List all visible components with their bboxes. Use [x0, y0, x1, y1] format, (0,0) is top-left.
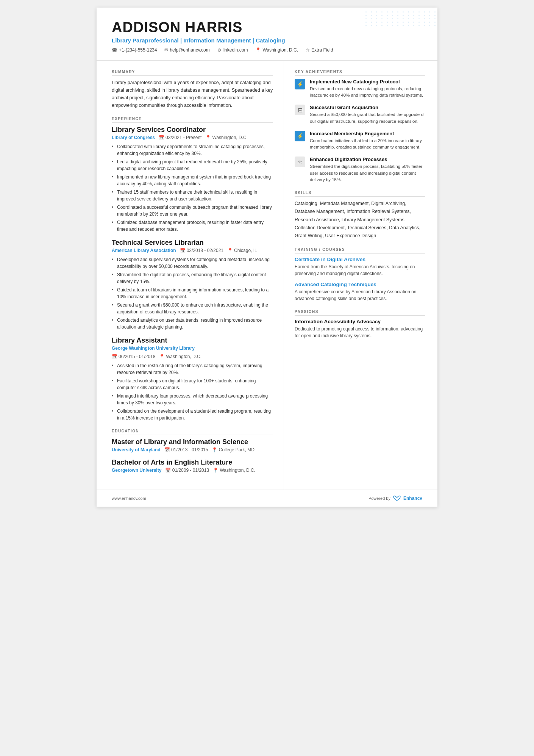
training-1-title: Certificate in Digital Archives: [295, 257, 425, 262]
achievement-1-icon: ⚡: [295, 79, 305, 89]
passion-1-title: Information Accessibility Advocacy: [295, 319, 425, 324]
achievements-label: KEY ACHIEVEMENTS: [295, 70, 425, 76]
job-3-bullet-2: Facilitated workshops on digital literac…: [112, 377, 273, 391]
job-3-location: 📍 Washington, D.C.: [159, 354, 201, 359]
footer: www.enhancv.com Powered by Enhancv: [97, 490, 437, 507]
experience-section: EXPERIENCE Library Services Coordinator …: [112, 117, 273, 421]
star-icon: ☆: [306, 47, 310, 53]
achievement-4-title: Enhanced Digitization Processes: [310, 157, 425, 162]
pin-icon-1: 📍: [205, 135, 211, 140]
achievement-2-body: Successful Grant Acquisition Secured a $…: [310, 105, 425, 125]
achievement-2: ⊟ Successful Grant Acquisition Secured a…: [295, 105, 425, 125]
job-2-org: American Library Association: [112, 248, 176, 253]
achievements-section: KEY ACHIEVEMENTS ⚡ Implemented New Catal…: [295, 70, 425, 183]
location-item: 📍 Washington, D.C.: [255, 47, 298, 53]
achievement-3-title: Increased Membership Engagement: [310, 131, 425, 136]
job-1-meta: Library of Congress 📅 03/2021 - Present …: [112, 135, 273, 140]
pin-icon-3: 📍: [159, 354, 165, 359]
achievement-1-body: Implemented New Cataloging Protocol Devi…: [310, 79, 425, 99]
job-2-location: 📍 Chicago, IL: [227, 248, 257, 253]
edu-2-org: Georgetown University: [112, 468, 161, 473]
email-icon: ✉: [164, 47, 168, 53]
edu-2-meta: Georgetown University 📅 01/2009 - 01/201…: [112, 468, 273, 473]
achievement-2-title: Successful Grant Acquisition: [310, 105, 425, 110]
edu-1-location: 📍 College Park, MD: [212, 447, 254, 452]
job-2: Technical Services Librarian American Li…: [112, 239, 273, 330]
job-1-bullet-1: Collaborated with library departments to…: [112, 143, 273, 157]
edu-2: Bachelor of Arts in English Literature G…: [112, 459, 273, 473]
achievement-3-icon: ⚡: [295, 131, 305, 141]
experience-label: EXPERIENCE: [112, 117, 273, 123]
footer-brand: Powered by Enhancv: [368, 495, 422, 501]
achievement-3-desc: Coordinated initiatives that led to a 20…: [310, 138, 425, 151]
job-2-dates: 📅 02/2018 - 02/2021: [180, 248, 223, 253]
job-1-dates: 📅 03/2021 - Present: [159, 135, 201, 140]
achievement-3: ⚡ Increased Membership Engagement Coordi…: [295, 131, 425, 151]
skills-label: SKILLS: [295, 191, 425, 197]
email-text: help@enhancv.com: [170, 47, 209, 53]
edu-1-meta: University of Maryland 📅 01/2013 - 01/20…: [112, 447, 273, 452]
edu-1-degree: Master of Library and Information Scienc…: [112, 438, 273, 446]
main-content: SUMMARY Library paraprofessional with 6 …: [97, 61, 437, 490]
email-item: ✉ help@enhancv.com: [164, 47, 209, 53]
phone-text: +1-(234)-555-1234: [119, 47, 157, 53]
extra-item: ☆ Extra Field: [306, 47, 333, 53]
job-1-bullet-4: Trained 15 staff members to enhance thei…: [112, 189, 273, 202]
enhancv-heart-icon: [393, 495, 401, 501]
edu-2-location: 📍 Washington, D.C.: [213, 468, 255, 473]
passion-1-desc: Dedicated to promoting equal access to i…: [295, 326, 425, 339]
linkedin-text: linkedin.com: [223, 47, 248, 53]
location-text: Washington, D.C.: [262, 47, 298, 53]
achievement-4-desc: Streamlined the digitization process, fa…: [310, 163, 425, 183]
powered-by-text: Powered by: [368, 496, 390, 501]
resume-document: ADDISON HARRIS Library Paraprofessional …: [97, 8, 437, 507]
header-section: ADDISON HARRIS Library Paraprofessional …: [97, 8, 437, 61]
job-2-bullets: Developed and supervised systems for cat…: [112, 256, 273, 330]
job-1-bullet-2: Led a digital archiving project that red…: [112, 158, 273, 172]
edu-1: Master of Library and Information Scienc…: [112, 438, 273, 452]
training-2-title: Advanced Cataloging Techniques: [295, 282, 425, 287]
job-1-org: Library of Congress: [112, 135, 155, 140]
edu-1-org: University of Maryland: [112, 447, 161, 452]
phone-item: ☎ +1-(234)-555-1234: [112, 47, 157, 53]
edu-2-degree: Bachelor of Arts in English Literature: [112, 459, 273, 466]
calendar-icon-2: 📅: [180, 248, 186, 253]
training-2: Advanced Cataloging Techniques A compreh…: [295, 282, 425, 302]
achievement-1-title: Implemented New Cataloging Protocol: [310, 79, 425, 85]
job-3-meta: George Washington University Library: [112, 346, 273, 351]
job-1-bullets: Collaborated with library departments to…: [112, 143, 273, 233]
achievement-1-desc: Devised and executed new cataloging prot…: [310, 86, 425, 99]
summary-section: SUMMARY Library paraprofessional with 6 …: [112, 70, 273, 109]
achievement-4-icon: ☆: [295, 157, 305, 167]
job-2-bullet-5: Conducted analytics on user data trends,…: [112, 317, 273, 330]
job-3-meta-2: 📅 06/2015 - 01/2018 📍 Washington, D.C.: [112, 354, 273, 359]
job-2-bullet-4: Secured a grant worth $50,000 to enhance…: [112, 302, 273, 315]
passions-label: PASSIONS: [295, 310, 425, 316]
job-1: Library Services Coordinator Library of …: [112, 126, 273, 233]
job-2-meta: American Library Association 📅 02/2018 -…: [112, 248, 273, 253]
training-1: Certificate in Digital Archives Earned f…: [295, 257, 425, 277]
location-icon: 📍: [255, 47, 261, 53]
summary-text: Library paraprofessional with 6 years of…: [112, 79, 273, 109]
job-1-title: Library Services Coordinator: [112, 126, 273, 134]
job-1-bullet-6: Optimized database management protocols,…: [112, 219, 273, 233]
job-1-bullet-3: Implemented a new library management sys…: [112, 174, 273, 187]
training-1-desc: Earned from the Society of American Arch…: [295, 263, 425, 277]
skills-section: SKILLS Cataloging, Metadata Management, …: [295, 191, 425, 240]
job-3-org: George Washington University Library: [112, 346, 195, 351]
passions-section: PASSIONS Information Accessibility Advoc…: [295, 310, 425, 339]
right-column: KEY ACHIEVEMENTS ⚡ Implemented New Catal…: [284, 61, 437, 490]
phone-icon: ☎: [112, 47, 117, 53]
pin-icon-2: 📍: [227, 248, 233, 253]
footer-url: www.enhancv.com: [112, 496, 146, 501]
education-section: EDUCATION Master of Library and Informat…: [112, 429, 273, 473]
training-2-desc: A comprehensive course by American Libra…: [295, 288, 425, 302]
job-3-bullets: Assisted in the restructuring of the lib…: [112, 362, 273, 421]
achievement-2-icon: ⊟: [295, 105, 305, 115]
achievement-2-desc: Secured a $50,000 tech grant that facili…: [310, 111, 425, 125]
calendar-icon-1: 📅: [159, 135, 164, 140]
candidate-title: Library Paraprofessional | Information M…: [112, 37, 422, 44]
contact-line: ☎ +1-(234)-555-1234 ✉ help@enhancv.com ⊘…: [112, 47, 422, 53]
training-section: TRAINING / COURSES Certificate in Digita…: [295, 247, 425, 302]
achievement-4-body: Enhanced Digitization Processes Streamli…: [310, 157, 425, 183]
